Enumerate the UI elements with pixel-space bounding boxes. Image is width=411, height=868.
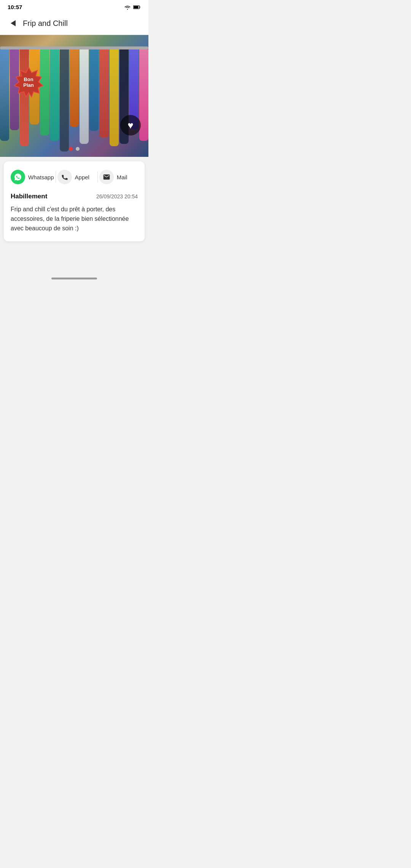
- info-card: Whatsapp Appel Mail Habillement 26/: [4, 161, 145, 241]
- hero-image: Bon Plan ♥: [0, 35, 148, 157]
- battery-icon: [133, 5, 141, 10]
- heart-icon: ♥: [127, 120, 133, 130]
- divider-1: [56, 171, 56, 183]
- carousel-dot-1[interactable]: [69, 147, 73, 151]
- mail-button[interactable]: Mail: [99, 168, 138, 186]
- divider-2: [97, 171, 98, 183]
- mail-label: Mail: [117, 174, 127, 180]
- carousel-dot-2[interactable]: [76, 147, 80, 151]
- whatsapp-icon: [11, 170, 25, 184]
- back-arrow-icon: [11, 20, 16, 26]
- description: Frip and chill c'est du prêt à porter, d…: [11, 205, 138, 233]
- category-label: Habillement: [11, 193, 47, 200]
- meta-row: Habillement 26/09/2023 20:54: [11, 193, 138, 200]
- mail-icon: [99, 170, 114, 184]
- status-bar: 10:57: [0, 0, 148, 13]
- carousel-dots: [69, 147, 80, 151]
- spacer: [0, 246, 148, 269]
- favorite-button[interactable]: ♥: [120, 115, 141, 136]
- status-time: 10:57: [8, 4, 22, 10]
- whatsapp-button[interactable]: Whatsapp: [11, 168, 54, 186]
- wifi-icon: [124, 5, 131, 10]
- rack-bar: [0, 46, 148, 49]
- bon-plan-text: Bon Plan: [23, 77, 33, 88]
- phone-icon: [57, 170, 72, 184]
- contact-row: Whatsapp Appel Mail: [11, 168, 138, 186]
- whatsapp-label: Whatsapp: [28, 174, 54, 180]
- appel-label: Appel: [75, 174, 89, 180]
- date-label: 26/09/2023 20:54: [96, 193, 138, 199]
- home-indicator: [51, 278, 97, 279]
- svg-rect-1: [134, 6, 139, 8]
- back-button[interactable]: [6, 16, 20, 30]
- toolbar: Frip and Chill: [0, 13, 148, 35]
- page-title: Frip and Chill: [23, 19, 68, 28]
- status-icons: [124, 5, 141, 10]
- bon-plan-badge: Bon Plan: [11, 65, 46, 100]
- bottom-nav: [0, 269, 148, 282]
- appel-button[interactable]: Appel: [57, 168, 96, 186]
